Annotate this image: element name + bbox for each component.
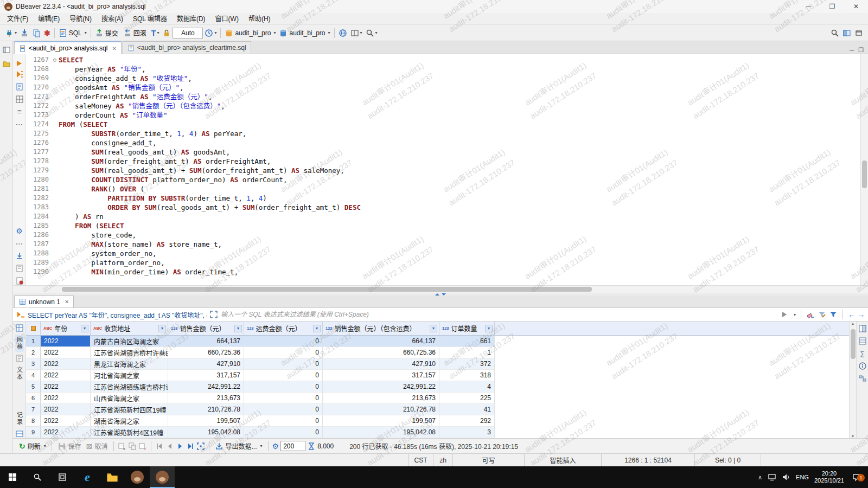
- code-line[interactable]: 1285 FROM (SELECT: [26, 221, 860, 230]
- filter-history-dropdown[interactable]: ▾: [794, 312, 796, 317]
- grid-cell[interactable]: 0: [244, 358, 323, 370]
- grid-cell[interactable]: 2022: [41, 336, 91, 347]
- restore-projects-icon[interactable]: [2, 60, 11, 68]
- nav-forward-icon[interactable]: →: [858, 311, 865, 319]
- grid-cell[interactable]: 江苏省尚湖镇吉桥村许巷8: [91, 347, 168, 358]
- grid-cell[interactable]: 661: [439, 336, 495, 347]
- code-area[interactable]: 1267⊖SELECT1268 perYear AS "年份",1269 con…: [26, 54, 860, 285]
- grid-cell[interactable]: 664,137: [168, 336, 244, 347]
- grid-cell[interactable]: 213,673: [323, 393, 439, 404]
- code-line[interactable]: 1277 SUM(real_goods_amt_t) AS goodsAmt,: [26, 147, 860, 157]
- start-button[interactable]: [0, 466, 25, 488]
- scrollbar-thumb[interactable]: [862, 160, 867, 188]
- column-header-2[interactable]: ABC收货地址▼: [91, 322, 168, 335]
- input-language-indicator[interactable]: ENG: [796, 474, 809, 480]
- add-row-icon[interactable]: [118, 442, 126, 451]
- connect-button[interactable]: [18, 27, 30, 40]
- grid-presentation-icon[interactable]: [15, 324, 24, 332]
- new-connection-button[interactable]: ▾: [3, 27, 18, 40]
- error-marker-icon[interactable]: [15, 277, 24, 285]
- nav-back-icon[interactable]: ←: [848, 311, 855, 319]
- grid-cell[interactable]: 225: [439, 393, 495, 404]
- presentation-tab-text[interactable]: 文本: [15, 365, 24, 382]
- minimize-button[interactable]: ─: [796, 0, 820, 13]
- code-line[interactable]: 1284 ) AS rn: [26, 212, 860, 221]
- grid-cell[interactable]: 210,726.78: [168, 404, 244, 415]
- grid-cell[interactable]: 2022: [41, 358, 91, 370]
- editor-vertical-scrollbar[interactable]: [860, 54, 868, 285]
- more-actions-icon[interactable]: ⋯: [16, 120, 23, 129]
- quick-search-button[interactable]: [829, 27, 841, 40]
- grid-settings-icon[interactable]: ⚙: [272, 442, 279, 451]
- ie-browser-button[interactable]: e: [75, 466, 100, 488]
- close-icon[interactable]: ✕: [112, 46, 116, 52]
- close-icon[interactable]: ✕: [65, 299, 69, 305]
- grid-cell[interactable]: 3: [439, 427, 495, 438]
- grid-cell[interactable]: 195,042.08: [323, 427, 439, 438]
- grid-cell[interactable]: 内蒙古自治区海澜之家: [91, 336, 168, 347]
- table-row[interactable]: 22022江苏省尚湖镇吉桥村许巷8660,725.360660,725.361: [26, 347, 849, 358]
- grid-cell[interactable]: 江苏省湖苑新村4区19幢: [91, 427, 168, 438]
- lock-button[interactable]: [161, 27, 173, 40]
- code-line[interactable]: 1274FROM (SELECT: [26, 120, 860, 129]
- column-header-4[interactable]: 123运费金额（元）▼: [244, 322, 323, 335]
- text-presentation-icon[interactable]: [15, 354, 24, 363]
- menu-item-1[interactable]: 文件(F): [2, 13, 33, 25]
- code-line[interactable]: 1280 COUNT(DISTINCT platform_order_no) A…: [26, 175, 860, 184]
- grid-cell[interactable]: 江苏省湖苑新村四区19幢: [91, 404, 168, 415]
- menu-item-5[interactable]: SQL 编辑器: [128, 13, 172, 25]
- save-to-file-icon[interactable]: [15, 252, 24, 260]
- grid-cell[interactable]: 0: [244, 336, 323, 347]
- code-line[interactable]: 1279 SUM(real_goods_amt_t) + SUM(order_f…: [26, 166, 860, 175]
- task-view-button[interactable]: [50, 466, 75, 488]
- layout-button[interactable]: ▾: [349, 27, 364, 40]
- focus-cell-icon[interactable]: [196, 442, 205, 451]
- metadata-panel-icon[interactable]: [858, 362, 867, 370]
- log-file-icon[interactable]: [15, 264, 24, 273]
- last-page-icon[interactable]: [186, 442, 195, 451]
- column-dropdown-icon[interactable]: ▼: [158, 325, 166, 332]
- row-number[interactable]: 4: [26, 370, 41, 381]
- row-number[interactable]: 6: [26, 393, 41, 404]
- file-explorer-button[interactable]: [100, 466, 125, 488]
- row-number[interactable]: 5: [26, 381, 41, 393]
- grid-cell[interactable]: 242,991.22: [323, 381, 439, 393]
- grid-cell[interactable]: 427,910: [168, 358, 244, 370]
- delete-row-icon[interactable]: [138, 442, 147, 451]
- grid-cell[interactable]: 1: [439, 347, 495, 358]
- grid-cell[interactable]: 372: [439, 358, 495, 370]
- column-header-5[interactable]: 123销售金额（元）（包含运费）▼: [323, 322, 439, 335]
- transaction-mode-button[interactable]: T ▾: [150, 27, 161, 40]
- minimize-editor-icon[interactable]: ─: [850, 47, 854, 54]
- grid-cell[interactable]: 0: [244, 415, 323, 427]
- presentation-tab-record[interactable]: 记录: [15, 410, 24, 427]
- grid-cell[interactable]: 0: [244, 381, 323, 393]
- code-line[interactable]: 1269 consignee_add_t AS "收货地址",: [26, 74, 860, 83]
- analyze-icon[interactable]: [15, 95, 24, 104]
- calc-panel-icon[interactable]: ∑: [860, 349, 865, 358]
- code-line[interactable]: 1268 perYear AS "年份",: [26, 65, 860, 74]
- code-line[interactable]: 1273 orderCount AS "订单数量": [26, 111, 860, 120]
- code-line[interactable]: 1281 RANK() OVER (: [26, 184, 860, 194]
- column-dropdown-icon[interactable]: ▼: [430, 325, 437, 332]
- grouping-panel-icon[interactable]: [858, 337, 867, 345]
- volume-icon[interactable]: [782, 473, 790, 481]
- explain-plan-icon[interactable]: [15, 82, 24, 91]
- code-line[interactable]: 1289 platform_order_no,: [26, 258, 860, 267]
- table-row[interactable]: 72022江苏省湖苑新村四区19幢210,726.780210,726.7841: [26, 404, 849, 415]
- column-dropdown-icon[interactable]: ▼: [485, 325, 493, 332]
- code-line[interactable]: 1271 orderFreightAmt AS "运费金额（元）",: [26, 92, 860, 101]
- grid-cell[interactable]: 河北省海澜之家: [91, 370, 168, 381]
- perspective-button[interactable]: [841, 27, 853, 40]
- grid-cell[interactable]: 213,673: [168, 393, 244, 404]
- grid-cell[interactable]: 江苏省尚湖镇练塘吉桥村许: [91, 381, 168, 393]
- grid-cell[interactable]: 199,507: [168, 415, 244, 427]
- column-header-6[interactable]: 123订单数量▼: [439, 322, 495, 335]
- taskbar-search-button[interactable]: [25, 466, 50, 488]
- code-line[interactable]: 1286 store_code,: [26, 230, 860, 240]
- web-button[interactable]: [337, 27, 349, 40]
- record-mode-icon[interactable]: [15, 429, 24, 438]
- abort-button[interactable]: ✱: [42, 27, 52, 40]
- row-number[interactable]: 7: [26, 404, 41, 415]
- clock[interactable]: 20:20 2025/10/21: [814, 470, 844, 484]
